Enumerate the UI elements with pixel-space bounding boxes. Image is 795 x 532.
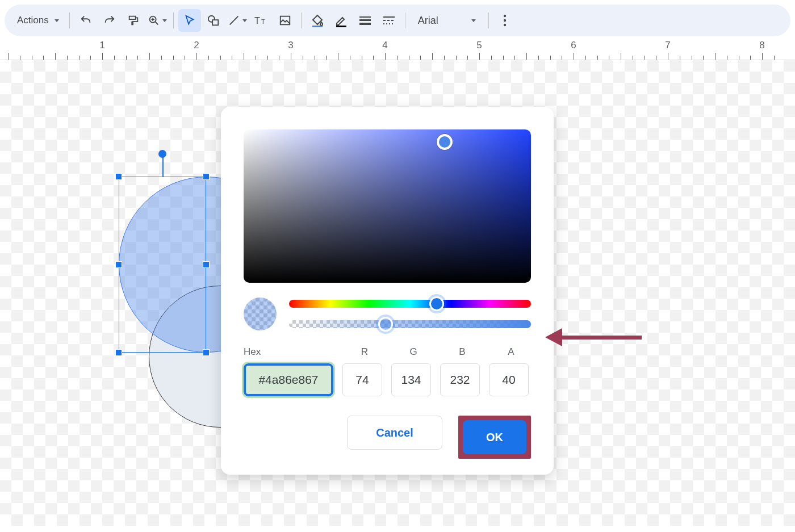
b-input[interactable]: 232 [440,363,480,396]
more-vertical-icon [503,14,507,27]
actions-menu[interactable]: Actions [11,9,65,32]
horizontal-ruler[interactable]: 12345678 [0,41,795,60]
actions-label: Actions [17,15,49,26]
arrow-line [562,336,642,340]
svg-rect-10 [359,23,371,25]
resize-handle-tl[interactable] [115,173,122,180]
drawing-canvas[interactable]: Hex R G B A #4a86e867 74 134 232 40 Canc… [0,60,795,526]
caret-down-icon [55,19,59,22]
resize-handle-ml[interactable] [115,261,122,268]
more-button[interactable] [493,9,516,32]
textbox-tool[interactable]: TT [250,9,273,32]
image-icon [279,14,291,27]
svg-rect-7 [336,26,346,27]
rotation-handle-line [162,154,164,177]
font-select[interactable]: Arial [410,9,484,32]
zoom-button[interactable] [146,9,169,32]
separator [173,12,174,28]
ruler-number: 2 [194,40,199,51]
svg-point-13 [504,24,506,26]
separator [301,12,302,28]
svg-point-11 [504,15,506,17]
border-dash-button[interactable] [378,9,400,32]
caret-down-icon [242,19,247,22]
selection-bounding-box[interactable] [119,177,206,353]
separator [405,12,405,28]
svg-rect-9 [359,19,371,21]
ruler-number: 7 [665,40,670,51]
color-spectrum[interactable] [244,129,531,283]
border-color-button[interactable] [330,9,353,32]
pencil-icon [334,14,348,27]
hue-slider-thumb[interactable] [429,296,444,311]
paint-roller-icon [127,14,140,27]
color-picker-dialog: Hex R G B A #4a86e867 74 134 232 40 Canc… [221,107,554,475]
svg-rect-6 [312,26,323,27]
ok-button[interactable]: OK [463,420,526,454]
annotation-arrow [545,332,642,343]
zoom-icon [148,14,160,27]
rotation-handle[interactable] [158,150,166,158]
cursor-icon [183,14,196,27]
ruler-number: 3 [288,40,293,51]
a-input[interactable]: 40 [489,363,529,396]
hex-input[interactable]: #4a86e867 [244,363,333,396]
svg-text:T: T [261,18,265,25]
paint-format-button[interactable] [122,9,145,32]
hex-label: Hex [244,346,336,358]
arrow-head-icon [545,328,562,346]
resize-handle-br[interactable] [203,349,210,356]
undo-icon [80,14,92,27]
separator [488,12,489,28]
ruler-number: 5 [476,40,482,51]
caret-down-icon [162,19,167,22]
a-label: A [491,346,531,358]
separator [69,12,70,28]
svg-rect-2 [212,20,218,25]
redo-icon [103,14,116,27]
ok-button-highlight: OK [458,416,531,459]
g-input[interactable]: 134 [391,363,431,396]
ruler-number: 6 [571,40,576,51]
alpha-slider[interactable] [289,320,531,328]
resize-handle-bl[interactable] [115,349,122,356]
r-input[interactable]: 74 [342,363,382,396]
textbox-icon: TT [254,15,268,26]
cancel-button[interactable]: Cancel [347,416,442,450]
fill-bucket-icon [311,14,324,27]
shape-tool[interactable] [202,9,225,32]
shapes-icon [207,14,220,27]
svg-rect-8 [359,16,371,18]
g-label: G [394,346,433,358]
caret-down-icon [471,19,476,22]
image-tool[interactable] [274,9,296,32]
border-weight-button[interactable] [354,9,376,32]
hex-value: #4a86e867 [258,373,318,387]
font-name-label: Arial [418,15,438,27]
hue-slider[interactable] [289,300,531,308]
select-tool[interactable] [178,9,201,32]
redo-button[interactable] [98,9,121,32]
svg-text:T: T [254,16,260,26]
r-label: R [345,346,384,358]
line-dash-icon [382,15,396,26]
ruler-number: 4 [382,40,387,51]
svg-point-12 [504,19,506,22]
color-preview-swatch [244,298,277,330]
line-icon [228,14,240,27]
ruler-number: 8 [759,40,764,51]
resize-handle-tr[interactable] [203,173,210,180]
resize-handle-mr[interactable] [203,261,210,268]
line-tool[interactable] [226,9,249,32]
toolbar: Actions TT Arial [5,5,790,36]
fill-color-button[interactable] [306,9,329,32]
spectrum-handle[interactable] [437,134,453,150]
b-label: B [442,346,482,358]
undo-button[interactable] [74,9,97,32]
alpha-slider-thumb[interactable] [378,317,393,332]
line-weight-icon [358,15,372,26]
ruler-number: 1 [99,40,104,51]
